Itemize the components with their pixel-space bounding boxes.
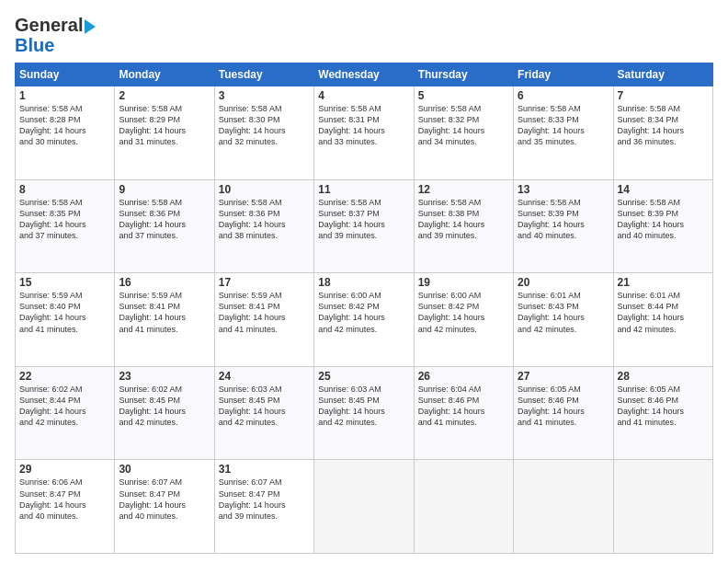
day-number: 30 (119, 463, 210, 476)
day-number: 6 (518, 89, 609, 102)
cell-info: Sunrise: 6:00 AMSunset: 8:42 PMDaylight:… (318, 291, 385, 333)
calendar-cell: 7Sunrise: 5:58 AMSunset: 8:34 PMDaylight… (613, 86, 712, 180)
cell-info: Sunrise: 5:58 AMSunset: 8:36 PMDaylight:… (219, 198, 286, 240)
day-number: 11 (318, 183, 409, 196)
header: General Blue (15, 15, 713, 55)
col-header-sunday: Sunday (16, 63, 115, 86)
day-number: 27 (518, 370, 609, 383)
day-number: 29 (19, 463, 110, 476)
day-number: 25 (318, 370, 409, 383)
calendar-week-1: 1Sunrise: 5:58 AMSunset: 8:28 PMDaylight… (16, 86, 713, 180)
day-number: 8 (19, 183, 110, 196)
calendar-cell: 29Sunrise: 6:06 AMSunset: 8:47 PMDayligh… (16, 460, 115, 554)
cell-info: Sunrise: 5:58 AMSunset: 8:34 PMDaylight:… (618, 104, 685, 146)
day-number: 23 (119, 370, 210, 383)
calendar-cell: 27Sunrise: 6:05 AMSunset: 8:46 PMDayligh… (514, 366, 613, 460)
cell-info: Sunrise: 6:05 AMSunset: 8:46 PMDaylight:… (618, 385, 685, 427)
day-number: 1 (19, 89, 110, 102)
day-number: 12 (418, 183, 509, 196)
logo: General Blue (15, 15, 96, 55)
calendar-cell (314, 460, 414, 554)
col-header-saturday: Saturday (613, 63, 712, 86)
cell-info: Sunrise: 5:58 AMSunset: 8:38 PMDaylight:… (418, 198, 485, 240)
logo-blue: Blue (15, 35, 54, 55)
cell-info: Sunrise: 5:58 AMSunset: 8:29 PMDaylight:… (119, 104, 186, 146)
cell-info: Sunrise: 5:58 AMSunset: 8:31 PMDaylight:… (318, 104, 385, 146)
calendar-cell: 21Sunrise: 6:01 AMSunset: 8:44 PMDayligh… (613, 273, 712, 367)
cell-info: Sunrise: 5:59 AMSunset: 8:41 PMDaylight:… (119, 291, 186, 333)
calendar-cell: 9Sunrise: 5:58 AMSunset: 8:36 PMDaylight… (115, 179, 214, 273)
calendar-cell: 2Sunrise: 5:58 AMSunset: 8:29 PMDaylight… (115, 86, 214, 180)
calendar: SundayMondayTuesdayWednesdayThursdayFrid… (15, 63, 713, 554)
calendar-cell: 31Sunrise: 6:07 AMSunset: 8:47 PMDayligh… (214, 460, 313, 554)
col-header-monday: Monday (115, 63, 214, 86)
calendar-cell: 4Sunrise: 5:58 AMSunset: 8:31 PMDaylight… (314, 86, 414, 180)
day-number: 31 (219, 463, 310, 476)
cell-info: Sunrise: 5:58 AMSunset: 8:39 PMDaylight:… (618, 198, 685, 240)
logo-general: General (15, 15, 83, 35)
day-number: 18 (318, 276, 409, 289)
day-number: 16 (119, 276, 210, 289)
day-number: 9 (119, 183, 210, 196)
calendar-cell: 6Sunrise: 5:58 AMSunset: 8:33 PMDaylight… (514, 86, 613, 180)
col-header-tuesday: Tuesday (214, 63, 313, 86)
day-number: 13 (518, 183, 609, 196)
calendar-cell: 3Sunrise: 5:58 AMSunset: 8:30 PMDaylight… (214, 86, 313, 180)
day-number: 20 (518, 276, 609, 289)
calendar-cell: 20Sunrise: 6:01 AMSunset: 8:43 PMDayligh… (514, 273, 613, 367)
day-number: 7 (618, 89, 709, 102)
calendar-cell: 13Sunrise: 5:58 AMSunset: 8:39 PMDayligh… (514, 179, 613, 273)
calendar-week-5: 29Sunrise: 6:06 AMSunset: 8:47 PMDayligh… (16, 460, 713, 554)
calendar-cell: 28Sunrise: 6:05 AMSunset: 8:46 PMDayligh… (613, 366, 712, 460)
cell-info: Sunrise: 6:00 AMSunset: 8:42 PMDaylight:… (418, 291, 485, 333)
day-number: 22 (19, 370, 110, 383)
col-header-wednesday: Wednesday (314, 63, 414, 86)
cell-info: Sunrise: 6:03 AMSunset: 8:45 PMDaylight:… (318, 385, 385, 427)
calendar-cell (514, 460, 613, 554)
calendar-cell: 11Sunrise: 5:58 AMSunset: 8:37 PMDayligh… (314, 179, 414, 273)
calendar-cell: 17Sunrise: 5:59 AMSunset: 8:41 PMDayligh… (214, 273, 313, 367)
calendar-cell: 15Sunrise: 5:59 AMSunset: 8:40 PMDayligh… (16, 273, 115, 367)
cell-info: Sunrise: 5:58 AMSunset: 8:30 PMDaylight:… (219, 104, 286, 146)
cell-info: Sunrise: 5:58 AMSunset: 8:39 PMDaylight:… (518, 198, 585, 240)
calendar-header-row: SundayMondayTuesdayWednesdayThursdayFrid… (16, 63, 713, 86)
calendar-cell: 23Sunrise: 6:02 AMSunset: 8:45 PMDayligh… (115, 366, 214, 460)
day-number: 15 (19, 276, 110, 289)
cell-info: Sunrise: 6:02 AMSunset: 8:44 PMDaylight:… (19, 385, 86, 427)
calendar-cell: 5Sunrise: 5:58 AMSunset: 8:32 PMDaylight… (414, 86, 513, 180)
calendar-cell: 10Sunrise: 5:58 AMSunset: 8:36 PMDayligh… (214, 179, 313, 273)
cell-info: Sunrise: 5:59 AMSunset: 8:40 PMDaylight:… (19, 291, 86, 333)
calendar-week-2: 8Sunrise: 5:58 AMSunset: 8:35 PMDaylight… (16, 179, 713, 273)
cell-info: Sunrise: 6:07 AMSunset: 8:47 PMDaylight:… (119, 477, 186, 520)
calendar-cell: 24Sunrise: 6:03 AMSunset: 8:45 PMDayligh… (214, 366, 313, 460)
day-number: 2 (119, 89, 210, 102)
cell-info: Sunrise: 6:01 AMSunset: 8:44 PMDaylight:… (618, 291, 685, 333)
day-number: 24 (219, 370, 310, 383)
day-number: 19 (418, 276, 509, 289)
page: General Blue SundayMondayTuesdayWednesda… (0, 0, 728, 563)
calendar-week-3: 15Sunrise: 5:59 AMSunset: 8:40 PMDayligh… (16, 273, 713, 367)
logo-arrow-icon (85, 19, 96, 34)
cell-info: Sunrise: 6:01 AMSunset: 8:43 PMDaylight:… (518, 291, 585, 333)
calendar-cell (414, 460, 513, 554)
cell-info: Sunrise: 5:59 AMSunset: 8:41 PMDaylight:… (219, 291, 286, 333)
calendar-cell: 30Sunrise: 6:07 AMSunset: 8:47 PMDayligh… (115, 460, 214, 554)
calendar-cell (613, 460, 712, 554)
day-number: 4 (318, 89, 409, 102)
calendar-cell: 25Sunrise: 6:03 AMSunset: 8:45 PMDayligh… (314, 366, 414, 460)
calendar-cell: 1Sunrise: 5:58 AMSunset: 8:28 PMDaylight… (16, 86, 115, 180)
day-number: 3 (219, 89, 310, 102)
col-header-friday: Friday (514, 63, 613, 86)
day-number: 5 (418, 89, 509, 102)
cell-info: Sunrise: 5:58 AMSunset: 8:28 PMDaylight:… (19, 104, 86, 146)
calendar-cell: 26Sunrise: 6:04 AMSunset: 8:46 PMDayligh… (414, 366, 513, 460)
day-number: 26 (418, 370, 509, 383)
calendar-cell: 8Sunrise: 5:58 AMSunset: 8:35 PMDaylight… (16, 179, 115, 273)
calendar-cell: 19Sunrise: 6:00 AMSunset: 8:42 PMDayligh… (414, 273, 513, 367)
day-number: 14 (618, 183, 709, 196)
cell-info: Sunrise: 6:05 AMSunset: 8:46 PMDaylight:… (518, 385, 585, 427)
day-number: 28 (618, 370, 709, 383)
col-header-thursday: Thursday (414, 63, 513, 86)
calendar-cell: 14Sunrise: 5:58 AMSunset: 8:39 PMDayligh… (613, 179, 712, 273)
calendar-cell: 22Sunrise: 6:02 AMSunset: 8:44 PMDayligh… (16, 366, 115, 460)
